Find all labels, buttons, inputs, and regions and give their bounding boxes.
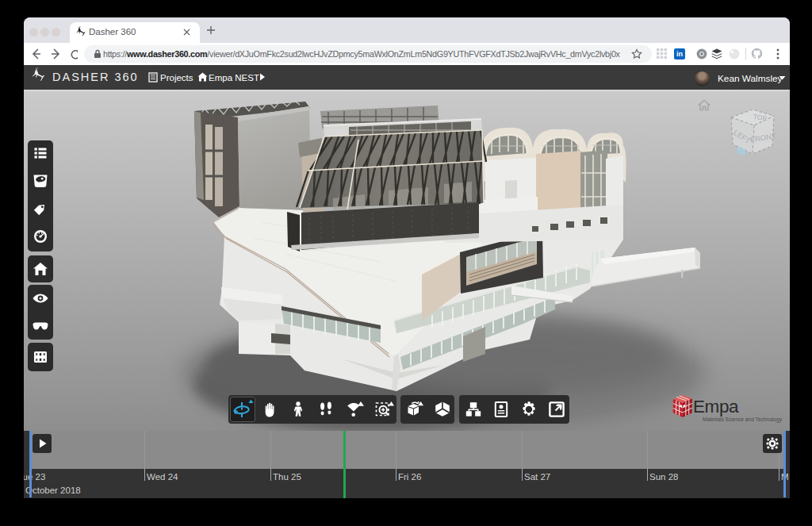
- svg-text:Empa: Empa: [693, 397, 739, 417]
- svg-text:Materials Science and Technolo: Materials Science and Technology: [703, 417, 783, 423]
